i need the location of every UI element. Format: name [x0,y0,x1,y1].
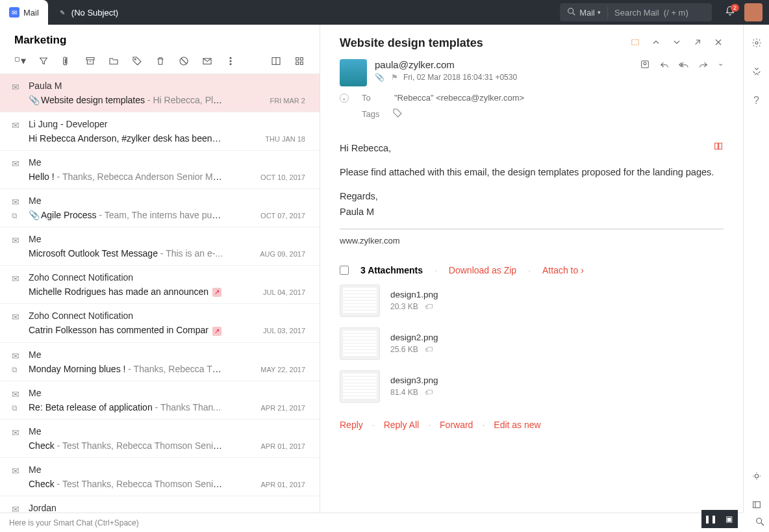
email-date: JUL 03, 2017 [263,327,305,335]
svg-rect-14 [300,57,303,60]
signature-link[interactable]: www.zylker.com [340,229,724,248]
email-date: APR 21, 2017 [261,404,306,412]
attachment-item[interactable]: design3.png 81.4 KB 🏷 [320,365,743,408]
zoom-icon[interactable] [755,516,765,529]
close-reading-icon[interactable] [713,37,724,50]
folder-icon[interactable] [108,56,120,66]
spam-icon[interactable] [178,56,190,66]
user-avatar[interactable] [744,3,763,21]
smart-chat-bar[interactable]: Here is your Smart Chat (Ctrl+Space) [0,513,743,532]
email-item[interactable]: ✉ Paula M 📎Website design templates - Hi… [0,74,320,112]
attachment-tag-icon[interactable]: 🏷 [425,302,433,311]
email-list[interactable]: ✉ Paula M 📎Website design templates - Hi… [0,74,320,513]
svg-rect-13 [296,57,299,60]
attachment-item[interactable]: design2.png 25.6 KB 🏷 [320,322,743,365]
archive-icon[interactable] [84,56,96,66]
reply-all-link[interactable]: Reply All [384,420,419,430]
edit-as-new-link[interactable]: Edit as new [494,420,540,430]
email-item[interactable]: ✉ Me Hello ! - Thanks, Rebecca Anderson … [0,151,320,189]
pause-button[interactable]: ❚❚ [701,510,720,528]
expand-recipients-icon[interactable]: ⌄ [340,94,349,103]
filter-icon[interactable] [38,56,49,66]
attachment-tag-icon[interactable]: 🏷 [425,388,433,397]
flag-icon[interactable]: ⚑ [391,73,398,82]
attach-to-link[interactable]: Attach to › [542,265,584,275]
select-all-checkbox[interactable]: ▾ [14,55,26,67]
search-input[interactable] [608,8,712,18]
screenshot-button[interactable]: ▣ [720,510,738,528]
email-item[interactable]: ✉ Zoho Connect Notification Catrin Folke… [0,304,320,342]
help-icon[interactable]: ? [753,95,759,107]
envelope-icon: ✉ [12,389,19,399]
email-sender: Me [29,464,305,475]
add-tag-icon[interactable] [392,108,403,120]
email-date: APR 01, 2017 [261,481,306,488]
reader-mode-icon[interactable] [713,141,724,156]
message-datetime: Fri, 02 Mar 2018 16:04:31 +0530 [403,73,517,82]
email-item[interactable]: ✉ ⧉ Me Monday Morning blues ! - Thanks, … [0,343,320,381]
email-item[interactable]: ✉ Me Microsoft Outlook Test Message - Th… [0,227,320,266]
forward-link[interactable]: Forward [440,420,473,430]
search-scope-dropdown[interactable]: Mail ▾ [560,6,608,19]
mail-app-icon: ✉ [9,7,19,18]
notifications-button[interactable]: 2 [718,6,742,19]
add-to-contacts-icon[interactable] [640,59,650,72]
settings-icon[interactable] [751,38,762,51]
email-item[interactable]: ✉ ⧉ Me 📎Agile Process - Team, The intern… [0,189,320,227]
layout-icon[interactable] [270,56,282,66]
attachment-item[interactable]: design1.png 20.3 KB 🏷 [320,279,743,322]
email-item[interactable]: ✉ ⧉ Me Re: Beta release of application -… [0,381,320,420]
body-signature: Paula M [340,207,374,217]
more-dropdown-icon[interactable]: ⌄ [718,59,724,68]
tab-compose[interactable]: ✎ (No Subject) [48,0,127,25]
attachment-thumbnail [340,285,380,317]
chevron-down-icon: ▾ [598,9,601,16]
email-subject: Hi Rebecca Anderson, #zylker desk has be… [29,133,223,144]
attachment-count: 3 Attachments [360,265,423,275]
next-message-icon[interactable] [672,37,682,50]
top-bar: ✉ Mail ✎ (No Subject) Mail ▾ 2 [0,0,769,25]
email-item[interactable]: ✉ Me Check - Test Thanks, Rebecca Thomso… [0,458,320,496]
thread-icon: ⧉ [12,403,18,412]
reply-all-icon[interactable] [679,59,689,72]
envelope-icon: ✉ [12,273,19,284]
tag-icon[interactable] [131,56,143,66]
view-mode-icon[interactable] [294,56,305,66]
open-window-icon[interactable] [692,37,703,50]
attachment-filename: design2.png [390,333,438,342]
envelope-icon: ✉ [12,312,19,322]
email-item[interactable]: ✉ Jordan [0,496,320,513]
reply-link[interactable]: Reply [340,420,363,430]
message-body: Hi Rebecca, Please find attached with th… [320,128,743,261]
email-item[interactable]: ✉ Li Jung - Developer Hi Rebecca Anderso… [0,112,320,151]
tab-mail[interactable]: ✉ Mail [0,0,48,25]
envelope-icon: ✉ [12,504,19,513]
download-zip-link[interactable]: Download as Zip [449,265,516,275]
select-all-attachments[interactable] [340,266,349,275]
email-date: MAY 22, 2017 [260,366,305,374]
reply-icon[interactable] [659,59,670,72]
search-bar[interactable]: Mail ▾ [560,3,712,21]
email-sender: Me [29,388,305,398]
mark-read-icon[interactable] [201,56,213,66]
folder-title: Marketing [0,25,320,49]
apps-icon[interactable] [751,66,762,79]
attachment-size: 81.4 KB [390,388,418,397]
svg-point-8 [230,57,231,58]
attachment-thumbnail [340,370,380,403]
search-icon [566,6,577,19]
forward-icon[interactable] [698,59,709,72]
attachment-filter-icon[interactable] [61,56,73,66]
email-item[interactable]: ✉ Zoho Connect Notification Michelle Rod… [0,266,320,304]
svg-point-4 [134,58,136,60]
attachment-tag-icon[interactable]: 🏷 [425,345,433,354]
theme-icon[interactable] [751,471,762,484]
email-item[interactable]: ✉ Me Check - Test Thanks, Rebecca Thomso… [0,420,320,458]
svg-line-27 [761,523,764,526]
more-actions-icon[interactable] [225,56,236,66]
body-regards: Regards, [340,191,378,201]
prev-message-icon[interactable] [651,37,661,50]
delete-icon[interactable] [155,56,166,66]
sidebar-toggle-icon[interactable] [751,500,762,513]
quote-icon[interactable] [630,37,640,50]
